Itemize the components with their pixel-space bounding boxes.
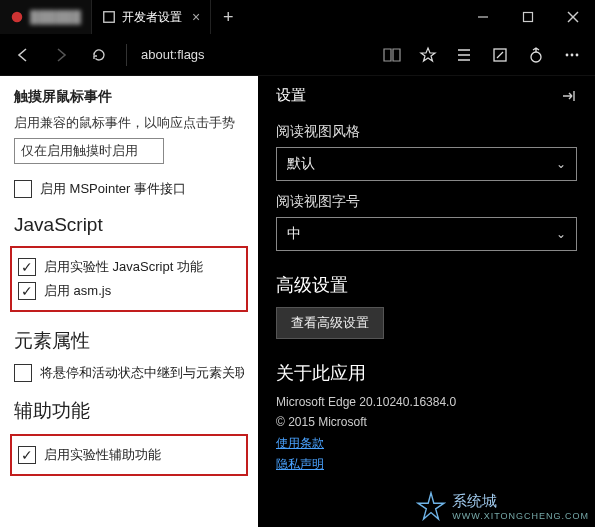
settings-page-icon: [102, 10, 116, 24]
checkbox-experimental-js[interactable]: 启用实验性 JavaScript 功能: [18, 258, 240, 276]
checkbox-suspend-relay[interactable]: 将悬停和活动状态中继到与元素关联: [14, 364, 244, 382]
label-reading-size: 阅读视图字号: [276, 193, 577, 211]
share-icon[interactable]: [519, 38, 553, 72]
checkbox-label: 启用实验性辅助功能: [44, 446, 161, 464]
checkbox-mspointer[interactable]: 启用 MSPointer 事件接口: [14, 180, 244, 198]
section-js-heading: JavaScript: [14, 214, 244, 236]
section-touch-heading: 触摸屏鼠标事件: [14, 88, 244, 106]
checkbox-asmjs[interactable]: 启用 asm.js: [18, 282, 240, 300]
window-controls: [460, 0, 595, 34]
touch-mode-select[interactable]: 仅在启用触摸时启用: [14, 138, 164, 164]
svg-point-10: [531, 52, 541, 62]
heading-about: 关于此应用: [276, 361, 577, 385]
flags-page: 触摸屏鼠标事件 启用兼容的鼠标事件，以响应点击手势 仅在启用触摸时启用 启用 M…: [0, 76, 258, 527]
label-reading-style: 阅读视图风格: [276, 123, 577, 141]
select-reading-size[interactable]: 中 ⌄: [276, 217, 577, 251]
watermark-brand: 系统城: [452, 492, 589, 511]
svg-rect-3: [523, 13, 532, 22]
touch-description: 启用兼容的鼠标事件，以响应点击手势: [14, 114, 244, 132]
tab-title: 开发者设置: [122, 9, 182, 26]
toolbar: about:flags: [0, 34, 595, 76]
separator: [126, 44, 127, 66]
copyright-text: © 2015 Microsoft: [276, 415, 577, 429]
select-value: 中: [287, 225, 301, 243]
refresh-button[interactable]: [82, 38, 116, 72]
link-terms[interactable]: 使用条款: [276, 435, 577, 452]
settings-panel: 设置 阅读视图风格 默认 ⌄ 阅读视图字号 中 ⌄ 高级设置 查看高级设置 关于…: [258, 76, 595, 527]
chevron-down-icon: ⌄: [556, 227, 566, 241]
link-privacy[interactable]: 隐私声明: [276, 456, 577, 473]
content-area: 触摸屏鼠标事件 启用兼容的鼠标事件，以响应点击手势 仅在启用触摸时启用 启用 M…: [0, 76, 595, 527]
chevron-down-icon: ⌄: [556, 157, 566, 171]
minimize-button[interactable]: [460, 0, 505, 34]
svg-point-13: [576, 53, 579, 56]
checkbox-icon: [18, 446, 36, 464]
checkbox-experimental-a11y[interactable]: 启用实验性辅助功能: [18, 446, 240, 464]
hub-icon[interactable]: [447, 38, 481, 72]
view-advanced-button[interactable]: 查看高级设置: [276, 307, 384, 339]
checkbox-icon: [14, 180, 32, 198]
back-button[interactable]: [6, 38, 40, 72]
address-bar[interactable]: about:flags: [137, 47, 237, 62]
select-value: 默认: [287, 155, 315, 173]
svg-point-11: [566, 53, 569, 56]
svg-rect-1: [104, 12, 115, 23]
tab-favicon: [10, 10, 24, 24]
close-button[interactable]: [550, 0, 595, 34]
checkbox-icon: [14, 364, 32, 382]
pin-icon[interactable]: [561, 88, 577, 104]
webnote-icon[interactable]: [483, 38, 517, 72]
svg-point-0: [12, 12, 23, 23]
reading-view-icon[interactable]: [375, 38, 409, 72]
maximize-button[interactable]: [505, 0, 550, 34]
forward-button[interactable]: [44, 38, 78, 72]
highlight-box-a11y: 启用实验性辅助功能: [10, 434, 248, 476]
tab-title: ██████: [30, 10, 81, 24]
version-text: Microsoft Edge 20.10240.16384.0: [276, 395, 577, 409]
favorite-icon[interactable]: [411, 38, 445, 72]
new-tab-button[interactable]: +: [211, 0, 245, 34]
more-icon[interactable]: [555, 38, 589, 72]
section-element-heading: 元素属性: [14, 328, 244, 354]
highlight-box-js: 启用实验性 JavaScript 功能 启用 asm.js: [10, 246, 248, 312]
checkbox-label: 将悬停和活动状态中继到与元素关联: [40, 364, 244, 382]
titlebar: ██████ 开发者设置 × +: [0, 0, 595, 34]
watermark-url: WWW.XITONGCHENG.COM: [452, 511, 589, 521]
checkbox-label: 启用 MSPointer 事件接口: [40, 180, 186, 198]
watermark-logo-icon: [416, 491, 446, 521]
checkbox-icon: [18, 282, 36, 300]
svg-point-12: [571, 53, 574, 56]
svg-marker-14: [418, 493, 444, 519]
checkbox-label: 启用实验性 JavaScript 功能: [44, 258, 203, 276]
section-a11y-heading: 辅助功能: [14, 398, 244, 424]
tab-active[interactable]: 开发者设置 ×: [92, 0, 211, 34]
watermark: 系统城 WWW.XITONGCHENG.COM: [416, 491, 589, 521]
select-reading-style[interactable]: 默认 ⌄: [276, 147, 577, 181]
checkbox-icon: [18, 258, 36, 276]
heading-advanced: 高级设置: [276, 273, 577, 297]
panel-title: 设置: [276, 86, 306, 105]
checkbox-label: 启用 asm.js: [44, 282, 111, 300]
tab-inactive[interactable]: ██████: [0, 0, 92, 34]
tab-close-icon[interactable]: ×: [192, 9, 200, 25]
